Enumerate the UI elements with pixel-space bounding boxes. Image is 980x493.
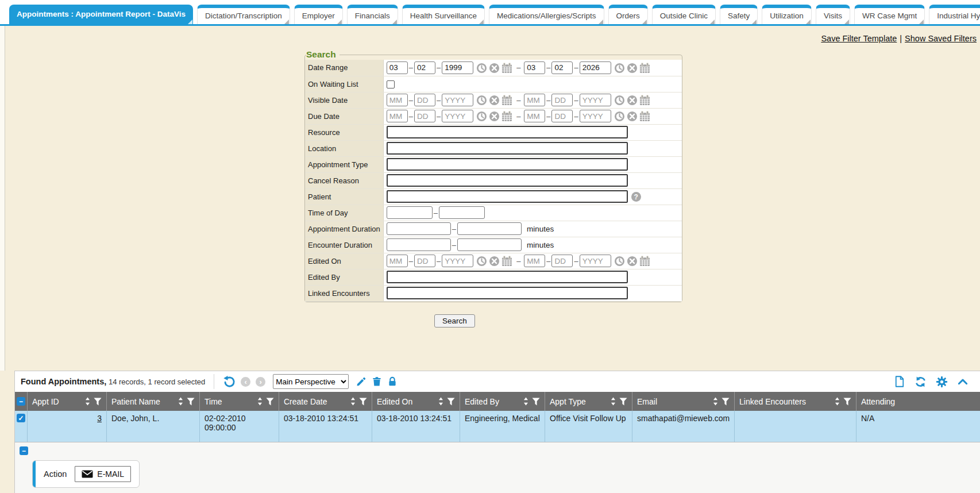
time-of-day-from-input[interactable] <box>387 206 433 219</box>
edited-on-from-month-input[interactable] <box>387 255 408 267</box>
visible-date-from-day-input[interactable] <box>414 94 435 106</box>
column-header-attending[interactable]: Attending <box>856 392 980 411</box>
column-header-email[interactable]: Email <box>632 392 735 411</box>
lock-perspective-button[interactable] <box>387 376 398 387</box>
perspective-select[interactable]: Main Perspective <box>273 374 349 389</box>
column-header-edited-on[interactable]: Edited On <box>372 392 460 411</box>
filter-icon[interactable] <box>619 398 627 406</box>
edited-on-from-day-input[interactable] <box>414 255 435 267</box>
date-range-from-month-input[interactable] <box>387 61 408 74</box>
on-waiting-list-checkbox[interactable] <box>387 80 395 88</box>
tab-appointments-report[interactable]: Appointments : Appointment Report - Data… <box>9 5 193 24</box>
clear-date-icon[interactable] <box>489 63 500 74</box>
visible-date-from-month-input[interactable] <box>387 94 408 106</box>
due-date-to-day-input[interactable] <box>551 110 573 122</box>
filter-icon[interactable] <box>266 398 274 406</box>
row-checkbox[interactable]: ✓ <box>17 414 25 422</box>
visible-date-from-year-input[interactable] <box>442 94 473 106</box>
clear-date-icon[interactable] <box>489 95 500 106</box>
sort-icon[interactable] <box>523 397 528 406</box>
date-range-from-day-input[interactable] <box>414 61 435 74</box>
sort-icon[interactable] <box>257 397 263 406</box>
clock-icon[interactable] <box>476 256 487 267</box>
cancel-reason-input[interactable] <box>387 174 628 187</box>
filter-icon[interactable] <box>532 398 540 406</box>
column-header-time[interactable]: Time <box>200 392 279 411</box>
sort-icon[interactable] <box>713 397 718 406</box>
column-header-appt-id[interactable]: Appt ID <box>28 392 107 411</box>
save-filter-template-link[interactable]: Save Filter Template <box>821 34 897 43</box>
date-range-to-year-input[interactable] <box>580 61 611 74</box>
appt-id-link[interactable]: 3 <box>97 414 102 423</box>
column-header-appt-type[interactable]: Appt Type <box>545 392 632 411</box>
calendar-icon[interactable] <box>501 256 512 267</box>
sort-icon[interactable] <box>835 397 840 406</box>
visible-date-to-year-input[interactable] <box>580 94 611 106</box>
clear-date-icon[interactable] <box>489 256 500 267</box>
clear-date-icon[interactable] <box>627 256 638 267</box>
calendar-icon[interactable] <box>501 95 512 106</box>
date-range-to-month-input[interactable] <box>524 61 545 74</box>
edited-on-to-year-input[interactable] <box>580 255 611 267</box>
edit-perspective-button[interactable] <box>356 376 366 387</box>
email-button[interactable]: E-MAIL <box>75 466 131 482</box>
due-date-from-year-input[interactable] <box>442 110 473 122</box>
appointment-type-input[interactable] <box>387 158 628 171</box>
resource-input[interactable] <box>387 126 628 138</box>
location-input[interactable] <box>387 142 628 155</box>
filter-icon[interactable] <box>447 398 455 406</box>
due-date-to-month-input[interactable] <box>524 110 545 122</box>
sort-icon[interactable] <box>350 397 356 406</box>
filter-icon[interactable] <box>187 398 195 406</box>
column-header-edited-by[interactable]: Edited By <box>460 392 545 411</box>
date-range-from-year-input[interactable] <box>442 61 473 74</box>
clock-icon[interactable] <box>476 111 487 122</box>
clock-icon[interactable] <box>614 95 625 106</box>
clock-icon[interactable] <box>614 111 625 122</box>
sort-icon[interactable] <box>438 397 443 406</box>
tab-employer[interactable]: Employer <box>294 5 343 24</box>
visible-date-to-month-input[interactable] <box>524 94 545 106</box>
clock-icon[interactable] <box>476 95 487 106</box>
calendar-icon[interactable] <box>639 111 650 122</box>
edited-by-input[interactable] <box>387 271 628 283</box>
refresh-button[interactable] <box>915 376 927 388</box>
patient-input[interactable] <box>387 190 628 203</box>
filter-icon[interactable] <box>94 398 102 406</box>
calendar-icon[interactable] <box>639 256 650 267</box>
show-saved-filters-link[interactable]: Show Saved Filters <box>905 34 977 43</box>
date-range-to-day-input[interactable] <box>551 61 573 74</box>
tab-financials[interactable]: Financials <box>347 5 398 24</box>
visible-date-to-day-input[interactable] <box>551 94 573 106</box>
encounter-duration-max-input[interactable] <box>457 238 522 251</box>
tab-visits[interactable]: Visits <box>816 5 850 24</box>
tab-dictation-transcription[interactable]: Dictation/Transcription <box>197 5 290 24</box>
calendar-icon[interactable] <box>501 111 512 122</box>
clear-date-icon[interactable] <box>627 63 638 74</box>
linked-encounters-input[interactable] <box>387 287 628 299</box>
previous-perspective-button[interactable]: ‹ <box>241 377 250 387</box>
settings-button[interactable] <box>936 376 948 388</box>
clear-date-icon[interactable] <box>627 111 638 122</box>
tab-industrial-hygiene[interactable]: Industrial Hygiene <box>929 5 980 24</box>
tab-outside-clinic[interactable]: Outside Clinic <box>652 5 716 24</box>
select-all-checkbox[interactable]: − <box>17 397 25 406</box>
due-date-from-day-input[interactable] <box>414 110 435 122</box>
encounter-duration-min-input[interactable] <box>387 238 451 251</box>
filter-icon[interactable] <box>722 398 730 406</box>
sort-icon[interactable] <box>85 397 90 406</box>
clock-icon[interactable] <box>614 256 625 267</box>
table-row[interactable]: ✓ 3 Doe, John, L. 02-02-2010 09:00:00 03… <box>15 411 980 442</box>
appointment-duration-max-input[interactable] <box>457 222 522 235</box>
tab-orders[interactable]: Orders <box>608 5 648 24</box>
calendar-icon[interactable] <box>639 63 650 74</box>
edited-on-to-day-input[interactable] <box>551 255 573 267</box>
collapse-panel-button[interactable] <box>957 376 969 387</box>
column-header-patient-name[interactable]: Patient Name <box>107 392 200 411</box>
tab-utilization[interactable]: Utilization <box>762 5 812 24</box>
edited-on-from-year-input[interactable] <box>442 255 473 267</box>
collapse-selection-toggle[interactable]: − <box>20 446 28 455</box>
clock-icon[interactable] <box>614 63 625 74</box>
edited-on-to-month-input[interactable] <box>524 255 545 267</box>
column-header-linked-encounters[interactable]: Linked Encounters <box>735 392 856 411</box>
